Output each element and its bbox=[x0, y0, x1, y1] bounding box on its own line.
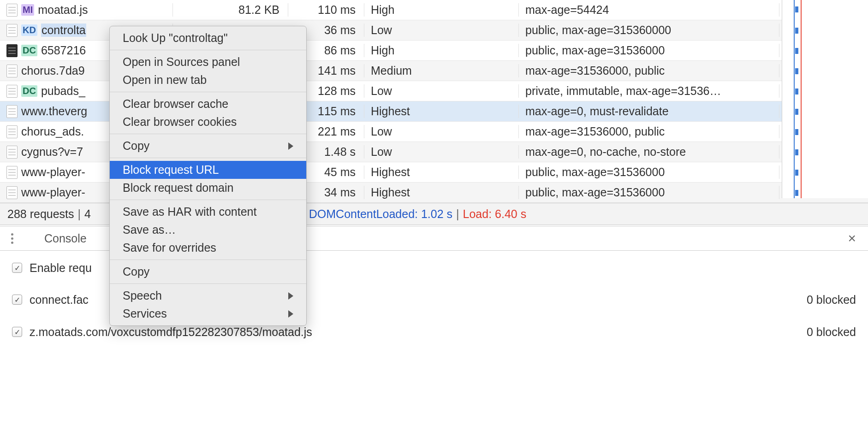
ctx-open-sources[interactable]: Open in Sources panel bbox=[110, 53, 306, 71]
waterfall-bar bbox=[795, 68, 798, 74]
file-icon bbox=[6, 65, 18, 77]
separator: | bbox=[78, 207, 81, 221]
ctx-save-overrides[interactable]: Save for overrides bbox=[110, 239, 306, 257]
cache-cell: max-age=31536000, public bbox=[519, 125, 779, 138]
name-cell: MImoatad.js bbox=[0, 3, 173, 17]
ctx-block-url[interactable]: Block request URL bbox=[110, 161, 306, 179]
dcl-time: DOMContentLoaded: 1.02 s bbox=[309, 207, 452, 221]
pattern-checkbox[interactable]: ✓ bbox=[12, 327, 22, 337]
ctx-clear-cache[interactable]: Clear browser cache bbox=[110, 95, 306, 113]
cache-cell: public, max-age=31536000 bbox=[519, 44, 779, 57]
file-icon bbox=[6, 125, 18, 138]
ctx-open-tab[interactable]: Open in new tab bbox=[110, 71, 306, 89]
waterfall-column bbox=[782, 0, 868, 198]
cache-cell: max-age=0, must-revalidate bbox=[519, 105, 779, 118]
tab-console[interactable]: Console bbox=[42, 232, 89, 245]
load-time: Load: 6.40 s bbox=[463, 207, 527, 221]
initiator-badge: DC bbox=[21, 85, 37, 97]
waterfall-bar bbox=[795, 149, 798, 155]
initiator-badge: MI bbox=[21, 4, 34, 16]
chevron-right-icon bbox=[288, 142, 293, 150]
request-name: www-player- bbox=[21, 165, 85, 179]
waterfall-bar bbox=[795, 89, 798, 94]
ctx-copy-submenu[interactable]: Copy bbox=[110, 137, 306, 155]
ctx-speech-submenu[interactable]: Speech bbox=[110, 287, 306, 305]
request-name: chorus_ads. bbox=[21, 125, 84, 138]
waterfall-bar bbox=[795, 6, 798, 12]
initiator-badge: DC bbox=[21, 45, 37, 56]
waterfall-bar bbox=[795, 190, 798, 196]
ctx-clear-cookies[interactable]: Clear browser cookies bbox=[110, 113, 306, 131]
enable-blocking-checkbox[interactable]: ✓ bbox=[12, 263, 22, 273]
request-name: www.theverg bbox=[21, 105, 87, 118]
ctx-services-submenu[interactable]: Services bbox=[110, 305, 306, 323]
priority-cell: Highest bbox=[364, 186, 519, 199]
request-name: cygnus?v=7 bbox=[21, 145, 83, 159]
cache-cell: max-age=31536000, public bbox=[519, 64, 779, 77]
ctx-copy[interactable]: Copy bbox=[110, 263, 306, 281]
requests-count: 288 requests bbox=[7, 207, 74, 221]
cache-cell: public, max-age=31536000 bbox=[519, 165, 779, 179]
request-name: moatad.js bbox=[38, 3, 88, 17]
file-icon bbox=[6, 105, 18, 118]
priority-cell: Low bbox=[364, 125, 519, 138]
cache-cell: public, max-age=31536000 bbox=[519, 186, 779, 199]
ctx-save-har[interactable]: Save as HAR with content bbox=[110, 203, 306, 221]
load-marker-line bbox=[801, 0, 802, 198]
request-name: 6587216 bbox=[41, 44, 86, 57]
blocked-count: 0 blocked bbox=[807, 293, 856, 307]
priority-cell: Highest bbox=[364, 165, 519, 179]
file-icon bbox=[6, 24, 18, 37]
waterfall-bar bbox=[795, 109, 798, 115]
file-icon bbox=[6, 44, 18, 57]
time-cell: 110 ms bbox=[288, 3, 364, 17]
request-name: www-player- bbox=[21, 186, 85, 199]
request-name: controlta bbox=[41, 24, 86, 37]
chevron-right-icon bbox=[288, 292, 293, 300]
transferred-partial: 4 bbox=[84, 207, 91, 221]
waterfall-bar bbox=[795, 28, 798, 34]
pattern-url: z.moatads.com/voxcustomdfp152282307853/m… bbox=[30, 325, 312, 339]
kebab-menu-icon[interactable] bbox=[11, 233, 20, 244]
waterfall-bar bbox=[795, 170, 798, 176]
cache-cell: private, immutable, max-age=31536… bbox=[519, 84, 779, 98]
cache-cell: max-age=0, no-cache, no-store bbox=[519, 145, 779, 159]
request-name: pubads_ bbox=[41, 84, 85, 98]
cache-cell: max-age=54424 bbox=[519, 3, 779, 17]
context-menu: Look Up "controltag" Open in Sources pan… bbox=[109, 26, 307, 326]
file-icon bbox=[6, 85, 18, 98]
ctx-block-domain[interactable]: Block request domain bbox=[110, 179, 306, 197]
priority-cell: High bbox=[364, 3, 519, 17]
dcl-marker-line bbox=[794, 0, 795, 198]
ctx-save-as[interactable]: Save as… bbox=[110, 221, 306, 239]
initiator-badge: KD bbox=[21, 24, 37, 36]
enable-blocking-label: Enable requ bbox=[30, 261, 92, 275]
file-icon bbox=[6, 166, 18, 179]
size-cell: 81.2 KB bbox=[173, 3, 288, 17]
pattern-checkbox[interactable]: ✓ bbox=[12, 295, 22, 305]
chevron-right-icon bbox=[288, 310, 293, 318]
priority-cell: Low bbox=[364, 145, 519, 159]
waterfall-bar bbox=[795, 129, 798, 135]
cache-cell: public, max-age=315360000 bbox=[519, 24, 779, 37]
request-name: chorus.7da9 bbox=[21, 64, 85, 77]
priority-cell: Low bbox=[364, 24, 519, 37]
pattern-url: connect.fac bbox=[30, 293, 89, 307]
priority-cell: Low bbox=[364, 84, 519, 98]
file-icon bbox=[6, 4, 18, 17]
priority-cell: Highest bbox=[364, 105, 519, 118]
blocked-count: 0 blocked bbox=[807, 325, 856, 339]
file-icon bbox=[6, 146, 18, 159]
separator: | bbox=[456, 207, 459, 221]
waterfall-bar bbox=[795, 48, 798, 54]
priority-cell: High bbox=[364, 44, 519, 57]
close-icon[interactable]: × bbox=[848, 230, 856, 246]
file-icon bbox=[6, 186, 18, 199]
table-row[interactable]: MImoatad.js81.2 KB110 msHighmax-age=5442… bbox=[0, 0, 868, 20]
ctx-lookup[interactable]: Look Up "controltag" bbox=[110, 29, 306, 47]
priority-cell: Medium bbox=[364, 64, 519, 77]
